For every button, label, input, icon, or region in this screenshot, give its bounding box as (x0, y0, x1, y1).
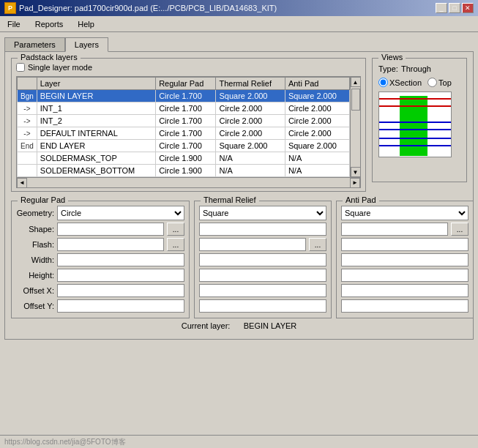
table-row[interactable]: -> DEFAULT INTERNAL Circle 1.700 Circle … (18, 127, 350, 140)
radio-xsection-label[interactable]: XSection (378, 78, 422, 87)
app-icon: P (4, 2, 16, 14)
reg-offsetx-label: Offset X: (16, 286, 54, 295)
row-indicator: -> (18, 102, 37, 115)
vertical-scrollbar[interactable]: ▲ ▼ (350, 77, 360, 177)
row-indicator: End (18, 140, 37, 152)
hscroll-left-btn[interactable]: ◄ (17, 178, 27, 188)
status-text: https://blog.csdn.net/jia@5FOTO博客 (4, 437, 126, 447)
ap-flash-input[interactable] (341, 238, 468, 251)
padstack-section: Padstack layers Single layer mode (11, 58, 366, 192)
regular-pad-label: Regular Pad (18, 195, 68, 204)
row-indicator (18, 152, 37, 165)
reg-height-input[interactable]: 1.700 (57, 269, 184, 282)
window-title: Pad_Designer: pad1700cir900d.pad (E:.../… (19, 4, 277, 12)
ap-offsetx-row: 0.000 (341, 284, 468, 297)
cell-layer: INT_1 (37, 102, 155, 115)
ap-width-row: 2.000 (341, 253, 468, 266)
ap-offsetx-input[interactable]: 0.000 (341, 284, 468, 297)
cell-anti: N/A (285, 152, 349, 165)
cell-anti: Circle 2.000 (285, 115, 349, 127)
padstack-layers-area: Padstack layers Single layer mode (11, 58, 366, 196)
col-anti: Anti Pad (285, 78, 349, 90)
ap-geometry-select[interactable]: Square (341, 206, 468, 220)
maximize-button[interactable]: □ (449, 3, 460, 13)
table-row[interactable]: SOLDERMASK_BOTTOM Circle 1.900 N/A N/A (18, 165, 350, 177)
cell-anti: Circle 2.000 (285, 102, 349, 115)
reg-shape-input[interactable] (57, 223, 164, 236)
hscroll-right-btn[interactable]: ► (350, 178, 360, 188)
reg-offsetx-input[interactable]: 0.000 (57, 284, 184, 297)
hscroll-track (27, 179, 350, 187)
menu-file[interactable]: File (3, 18, 25, 30)
tab-layers[interactable]: Layers (65, 37, 108, 52)
th-flash-btn[interactable]: ... (309, 238, 326, 251)
radio-top-label[interactable]: Top (427, 78, 452, 87)
menu-help[interactable]: Help (73, 18, 99, 30)
cross-section-view (378, 92, 452, 157)
table-scroll-wrapper: Layer Regular Pad Thermal Relief Anti Pa… (17, 77, 360, 177)
th-flash-input[interactable] (199, 238, 306, 251)
th-offsetx-input[interactable]: 0.000 (199, 284, 326, 297)
scrollbar-thumb[interactable] (351, 89, 360, 111)
title-bar: P Pad_Designer: pad1700cir900d.pad (E:..… (0, 0, 478, 16)
anti-pad-label: Anti Pad (343, 195, 379, 204)
current-layer-label: Current layer: (182, 321, 231, 330)
menu-reports[interactable]: Reports (31, 18, 68, 30)
tab-content: Padstack layers Single layer mode (4, 51, 474, 340)
table-row[interactable]: SOLDERMASK_TOP Circle 1.900 N/A N/A (18, 152, 350, 165)
reg-flash-btn[interactable]: ... (167, 238, 184, 251)
ap-offsety-input[interactable]: 0.000 (341, 299, 468, 313)
views-type-row: Type: Through (378, 64, 460, 73)
ap-shape-row: ... (341, 223, 468, 236)
table-row[interactable]: Bgn BEGIN LAYER Circle 1.700 Square 2.00… (18, 90, 350, 102)
scrollbar-down-btn[interactable]: ▼ (351, 167, 361, 177)
single-layer-mode-checkbox[interactable] (16, 63, 25, 72)
reg-height-row: Height: 1.700 (16, 269, 184, 282)
table-row[interactable]: End END LAYER Circle 1.700 Square 2.000 … (18, 140, 350, 152)
reg-shape-btn[interactable]: ... (167, 223, 184, 236)
ap-height-input[interactable]: 2.000 (341, 269, 468, 282)
col-layer: Layer (37, 78, 155, 90)
tab-parameters[interactable]: Parameters (4, 37, 65, 52)
close-button[interactable]: ✕ (462, 3, 474, 13)
cs-line (379, 98, 451, 100)
minimize-button[interactable]: _ (436, 3, 447, 13)
reg-width-label: Width: (16, 255, 54, 264)
ap-offsety-row: 0.000 (341, 299, 468, 313)
reg-flash-input[interactable] (57, 238, 164, 251)
main-content: Parameters Layers Padstack layers Single… (0, 32, 478, 448)
ap-shape-input[interactable] (341, 223, 448, 236)
th-height-input[interactable]: 2.000 (199, 269, 326, 282)
ap-geometry-row: Square (341, 206, 468, 220)
reg-width-input[interactable]: 1.700 (57, 253, 184, 266)
th-width-input[interactable]: 2.000 (199, 253, 326, 266)
cell-anti: Square 2.000 (285, 140, 349, 152)
reg-geometry-row: Geometry: Circle (16, 206, 184, 220)
radio-xsection[interactable] (378, 78, 388, 87)
thermal-relief-label: Thermal Relief (201, 195, 259, 204)
cs-line (379, 138, 451, 139)
th-offsety-input[interactable]: 0.000 (199, 299, 326, 313)
scrollbar-up-btn[interactable]: ▲ (351, 77, 361, 87)
reg-offsety-row: Offset Y: 0.000 (16, 299, 184, 313)
horizontal-scrollbar[interactable]: ◄ ► (17, 177, 360, 187)
cell-thermal: Square 2.000 (216, 90, 285, 102)
cell-regular: Circle 1.700 (156, 140, 216, 152)
cell-regular: Circle 1.700 (156, 102, 216, 115)
tab-row: Parameters Layers (4, 37, 474, 51)
th-geometry-select[interactable]: Square (199, 206, 326, 220)
reg-offsetx-row: Offset X: 0.000 (16, 284, 184, 297)
reg-flash-row: Flash: ... (16, 238, 184, 251)
table-row[interactable]: -> INT_2 Circle 1.700 Circle 2.000 Circl… (18, 115, 350, 127)
reg-geometry-select[interactable]: Circle (57, 206, 184, 220)
radio-top[interactable] (427, 78, 437, 87)
ap-width-input[interactable]: 2.000 (341, 253, 468, 266)
table-row[interactable]: -> INT_1 Circle 1.700 Circle 2.000 Circl… (18, 102, 350, 115)
th-shape-input[interactable] (199, 223, 326, 236)
cell-layer: SOLDERMASK_BOTTOM (37, 165, 155, 177)
ap-shape-btn[interactable]: ... (451, 223, 468, 236)
th-height-row: 2.000 (199, 269, 326, 282)
thermal-relief-panel: Thermal Relief Square ... 2.000 (194, 201, 332, 318)
reg-offsety-input[interactable]: 0.000 (57, 299, 184, 313)
layers-table-container: Layer Regular Pad Thermal Relief Anti Pa… (16, 76, 361, 188)
